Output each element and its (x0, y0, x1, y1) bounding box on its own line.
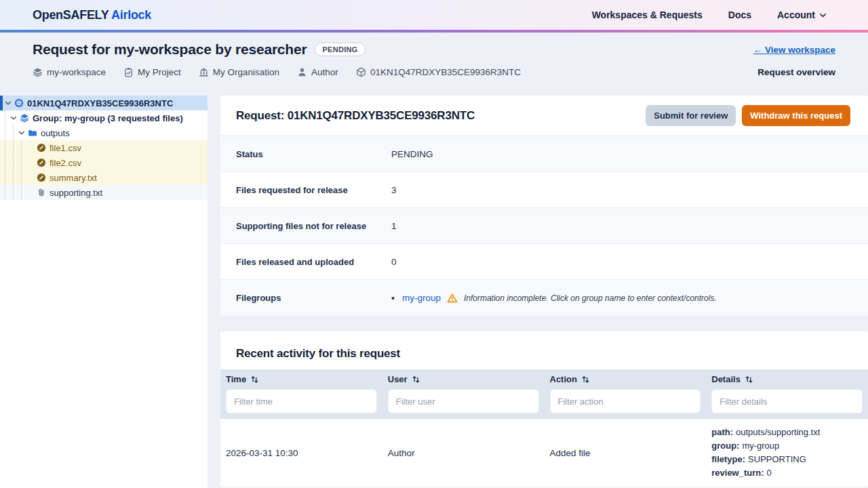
summary-label: Supporting files not for release (236, 221, 391, 231)
output-file-icon (37, 173, 46, 182)
output-file-icon (37, 143, 46, 152)
sort-icon[interactable] (581, 375, 590, 384)
sort-icon[interactable] (412, 375, 420, 384)
top-bar: OpenSAFELY Airlock Workspaces & Requests… (0, 0, 868, 30)
folder-icon (28, 128, 37, 138)
activity-user: Author (382, 448, 545, 458)
filegroup-warning-text: Information incomplete. Click on group n… (464, 293, 717, 303)
summary-row-filegroups: Filegroups my-group Information incomple… (220, 280, 868, 316)
summary-row-supporting-files: Supporting files not for release 1 (220, 208, 868, 244)
view-workspace-link[interactable]: ← View workspace (753, 45, 835, 55)
tree-item-supporting[interactable]: supporting.txt (0, 185, 208, 200)
tree-item-label: supporting.txt (50, 188, 102, 198)
organisation-icon (199, 67, 209, 77)
chevron-down-icon (818, 11, 827, 20)
column-header-details[interactable]: Details (706, 369, 868, 389)
meta-request-id-label: 01KN1Q47RDXYB35CE9936R3NTC (370, 67, 521, 77)
withdraw-request-button[interactable]: Withdraw this request (742, 105, 850, 126)
page-title: Request for my-workspace by researcher (33, 41, 307, 58)
tree-item-label: 01KN1Q47RDXYB35CE9936R3NTC (27, 98, 173, 108)
meta-workspace-label: my-workspace (47, 67, 106, 77)
summary-label: Files requested for release (236, 185, 391, 195)
request-meta: my-workspace My Project My Organisation … (33, 67, 521, 77)
top-navigation: Workspaces & Requests Docs Account (592, 9, 827, 20)
file-tree-sidebar: 01KN1Q47RDXYB35CE9936R3NTC Group: my-gro… (0, 96, 208, 488)
layers-icon (33, 67, 43, 77)
app-logo[interactable]: OpenSAFELY Airlock (33, 8, 151, 22)
activity-row: 2026-03-31 10:30 Author Added file path:… (220, 419, 868, 487)
detail-path: path:outputs/supporting.txt (711, 426, 863, 439)
activity-action: Added file (545, 448, 707, 458)
meta-organisation: My Organisation (199, 67, 279, 77)
nav-docs[interactable]: Docs (728, 9, 751, 20)
package-icon (356, 67, 366, 77)
detail-group: group:my-group (711, 439, 863, 453)
tree-item-file1[interactable]: file1.csv (0, 140, 208, 155)
tree-item-label: Group: my-group (3 requested files) (33, 113, 183, 123)
sort-icon[interactable] (250, 375, 259, 384)
request-card-title: Request: 01KN1Q47RDXYB35CE9936R3NTC (236, 109, 475, 123)
meta-author-label: Author (311, 67, 338, 77)
tree-item-label: file2.csv (50, 158, 81, 168)
tree-item-summary[interactable]: summary.txt (0, 170, 208, 185)
tree-indent-guide (13, 125, 14, 199)
column-header-time[interactable]: Time (220, 369, 382, 389)
meta-organisation-label: My Organisation (213, 67, 279, 77)
activity-table: Time User Action Details (220, 369, 868, 487)
tree-indent-guide (5, 110, 5, 199)
detail-review-turn: review_turn:0 (711, 466, 863, 480)
tree-item-label: summary.txt (50, 173, 97, 183)
recent-activity-card: Recent activity for this request Time Us… (220, 331, 868, 488)
tree-item-group[interactable]: Group: my-group (3 requested files) (0, 110, 208, 125)
chevron-down-icon[interactable] (4, 99, 12, 107)
meta-request-id: 01KN1Q47RDXYB35CE9936R3NTC (356, 67, 521, 77)
activity-time: 2026-03-31 10:30 (220, 448, 382, 458)
filter-details-input[interactable] (711, 389, 863, 413)
nav-account-label: Account (777, 9, 815, 20)
summary-label: Status (236, 149, 391, 159)
meta-project-label: My Project (138, 67, 181, 77)
summary-value: PENDING (391, 149, 433, 159)
file-tree: 01KN1Q47RDXYB35CE9936R3NTC Group: my-gro… (0, 96, 208, 200)
tree-item-file2[interactable]: file2.csv (0, 155, 208, 170)
filter-time-input[interactable] (226, 389, 377, 413)
tree-item-label: file1.csv (50, 143, 81, 153)
logo-primary: OpenSAFELY (33, 8, 108, 22)
request-summary-table: Status PENDING Files requested for relea… (220, 136, 868, 316)
clipboard-icon (123, 67, 134, 77)
summary-row-files-released: Files released and uploaded 0 (220, 244, 868, 280)
activity-details: path:outputs/supporting.txt group:my-gro… (706, 426, 868, 480)
summary-value: 3 (391, 185, 397, 195)
tree-indent-guide (21, 140, 22, 199)
meta-project: My Project (123, 67, 181, 77)
activity-table-header: Time User Action Details (220, 369, 868, 389)
tree-item-label: outputs (41, 128, 70, 138)
person-icon (297, 67, 307, 77)
tree-item-request[interactable]: 01KN1Q47RDXYB35CE9936R3NTC (0, 96, 208, 110)
summary-label: Filegroups (236, 293, 391, 303)
nav-account-menu[interactable]: Account (777, 9, 827, 20)
chevron-down-icon[interactable] (18, 129, 26, 137)
column-header-user[interactable]: User (382, 369, 545, 389)
page-header: Request for my-workspace by researcher P… (0, 33, 868, 96)
column-header-action[interactable]: Action (545, 369, 707, 389)
filter-action-input[interactable] (550, 389, 701, 413)
tree-item-outputs-folder[interactable]: outputs (0, 125, 208, 140)
group-layers-icon (20, 113, 29, 123)
chevron-down-icon[interactable] (9, 114, 18, 122)
submit-for-review-button[interactable]: Submit for review (646, 105, 736, 126)
status-badge: PENDING (315, 43, 365, 56)
sort-icon[interactable] (745, 375, 753, 384)
nav-workspaces-requests[interactable]: Workspaces & Requests (592, 9, 703, 20)
summary-value: 1 (391, 221, 397, 231)
request-summary-card: Request: 01KN1Q47RDXYB35CE9936R3NTC Subm… (220, 96, 868, 316)
paperclip-icon (37, 188, 46, 197)
summary-label: Files released and uploaded (236, 257, 391, 267)
request-overview-label: Request overview (757, 67, 835, 77)
detail-filetype: filetype:SUPPORTING (711, 453, 863, 466)
filegroup-link[interactable]: my-group (402, 293, 441, 303)
activity-heading: Recent activity for this request (220, 331, 868, 369)
summary-row-status: Status PENDING (220, 136, 868, 172)
warning-icon (447, 293, 458, 304)
filter-user-input[interactable] (388, 389, 539, 413)
